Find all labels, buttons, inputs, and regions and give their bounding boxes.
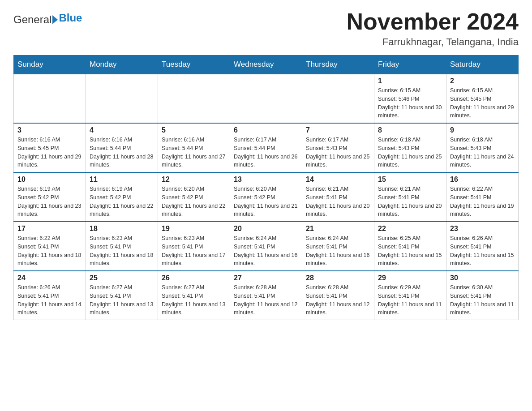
day-number: 27 (234, 274, 298, 282)
day-number: 25 (90, 274, 154, 282)
weekday-header-row: Sunday Monday Tuesday Wednesday Thursday… (14, 56, 519, 74)
table-row: 7 Sunrise: 6:17 AMSunset: 5:43 PMDayligh… (302, 123, 374, 172)
day-number: 24 (17, 274, 82, 282)
day-number: 4 (90, 126, 154, 134)
table-row: 19 Sunrise: 6:23 AMSunset: 5:41 PMDaylig… (158, 222, 230, 271)
day-number: 3 (17, 126, 82, 134)
table-row: 12 Sunrise: 6:20 AMSunset: 5:42 PMDaylig… (158, 172, 230, 222)
table-row (86, 74, 158, 123)
day-info: Sunrise: 6:16 AMSunset: 5:44 PMDaylight:… (162, 136, 226, 169)
day-info: Sunrise: 6:28 AMSunset: 5:41 PMDaylight:… (234, 283, 298, 317)
header-monday: Monday (86, 56, 158, 74)
day-number: 1 (378, 77, 442, 85)
day-info: Sunrise: 6:16 AMSunset: 5:45 PMDaylight:… (17, 136, 82, 169)
header-thursday: Thursday (302, 56, 374, 74)
header-saturday: Saturday (446, 56, 519, 74)
calendar-subtitle: Farrukhnagar, Telangana, India (347, 36, 519, 48)
table-row (14, 74, 86, 123)
day-info: Sunrise: 6:15 AMSunset: 5:46 PMDaylight:… (378, 86, 442, 120)
table-row: 22 Sunrise: 6:25 AMSunset: 5:41 PMDaylig… (374, 222, 446, 271)
logo-arrow-icon (52, 15, 58, 24)
day-number: 14 (306, 176, 370, 184)
day-number: 13 (234, 176, 298, 184)
table-row: 17 Sunrise: 6:22 AMSunset: 5:41 PMDaylig… (14, 222, 86, 271)
day-number: 17 (17, 225, 82, 233)
table-row: 5 Sunrise: 6:16 AMSunset: 5:44 PMDayligh… (158, 123, 230, 172)
header-sunday: Sunday (14, 56, 86, 74)
day-info: Sunrise: 6:27 AMSunset: 5:41 PMDaylight:… (162, 283, 226, 317)
logo-blue-text: Blue (59, 12, 82, 24)
day-number: 20 (234, 225, 298, 233)
table-row: 24 Sunrise: 6:26 AMSunset: 5:41 PMDaylig… (14, 271, 86, 320)
calendar-week-1: 1 Sunrise: 6:15 AMSunset: 5:46 PMDayligh… (14, 74, 519, 123)
table-row: 18 Sunrise: 6:23 AMSunset: 5:41 PMDaylig… (86, 222, 158, 271)
day-info: Sunrise: 6:22 AMSunset: 5:41 PMDaylight:… (17, 234, 82, 268)
day-number: 29 (378, 274, 442, 282)
table-row: 20 Sunrise: 6:24 AMSunset: 5:41 PMDaylig… (230, 222, 302, 271)
table-row: 10 Sunrise: 6:19 AMSunset: 5:42 PMDaylig… (14, 172, 86, 222)
page-header: General Blue November 2024 Farrukhnagar,… (13, 9, 519, 48)
day-info: Sunrise: 6:23 AMSunset: 5:41 PMDaylight:… (162, 234, 226, 268)
day-number: 19 (162, 225, 226, 233)
day-info: Sunrise: 6:19 AMSunset: 5:42 PMDaylight:… (17, 185, 82, 218)
day-info: Sunrise: 6:18 AMSunset: 5:43 PMDaylight:… (450, 136, 515, 169)
table-row: 9 Sunrise: 6:18 AMSunset: 5:43 PMDayligh… (446, 123, 519, 172)
table-row: 8 Sunrise: 6:18 AMSunset: 5:43 PMDayligh… (374, 123, 446, 172)
day-number: 15 (378, 176, 442, 184)
day-info: Sunrise: 6:20 AMSunset: 5:42 PMDaylight:… (162, 185, 226, 218)
table-row: 3 Sunrise: 6:16 AMSunset: 5:45 PMDayligh… (14, 123, 86, 172)
table-row (302, 74, 374, 123)
day-number: 6 (234, 126, 298, 134)
day-number: 26 (162, 274, 226, 282)
day-number: 11 (90, 176, 154, 184)
table-row: 6 Sunrise: 6:17 AMSunset: 5:44 PMDayligh… (230, 123, 302, 172)
day-info: Sunrise: 6:24 AMSunset: 5:41 PMDaylight:… (234, 234, 298, 268)
table-row: 26 Sunrise: 6:27 AMSunset: 5:41 PMDaylig… (158, 271, 230, 320)
day-info: Sunrise: 6:20 AMSunset: 5:42 PMDaylight:… (234, 185, 298, 218)
table-row: 15 Sunrise: 6:21 AMSunset: 5:41 PMDaylig… (374, 172, 446, 222)
day-info: Sunrise: 6:26 AMSunset: 5:41 PMDaylight:… (450, 234, 515, 268)
day-number: 10 (17, 176, 82, 184)
day-info: Sunrise: 6:18 AMSunset: 5:43 PMDaylight:… (378, 136, 442, 169)
logo: General Blue (13, 13, 82, 26)
table-row (158, 74, 230, 123)
table-row: 23 Sunrise: 6:26 AMSunset: 5:41 PMDaylig… (446, 222, 519, 271)
table-row (230, 74, 302, 123)
day-info: Sunrise: 6:17 AMSunset: 5:43 PMDaylight:… (306, 136, 370, 169)
day-info: Sunrise: 6:30 AMSunset: 5:41 PMDaylight:… (450, 283, 515, 317)
day-info: Sunrise: 6:19 AMSunset: 5:42 PMDaylight:… (90, 185, 154, 218)
table-row: 11 Sunrise: 6:19 AMSunset: 5:42 PMDaylig… (86, 172, 158, 222)
table-row: 13 Sunrise: 6:20 AMSunset: 5:42 PMDaylig… (230, 172, 302, 222)
calendar-title: November 2024 (347, 9, 519, 34)
table-row: 29 Sunrise: 6:29 AMSunset: 5:41 PMDaylig… (374, 271, 446, 320)
day-info: Sunrise: 6:25 AMSunset: 5:41 PMDaylight:… (378, 234, 442, 268)
table-row: 25 Sunrise: 6:27 AMSunset: 5:41 PMDaylig… (86, 271, 158, 320)
header-wednesday: Wednesday (230, 56, 302, 74)
day-number: 28 (306, 274, 370, 282)
table-row: 27 Sunrise: 6:28 AMSunset: 5:41 PMDaylig… (230, 271, 302, 320)
day-info: Sunrise: 6:17 AMSunset: 5:44 PMDaylight:… (234, 136, 298, 169)
day-number: 21 (306, 225, 370, 233)
day-number: 16 (450, 176, 515, 184)
day-info: Sunrise: 6:29 AMSunset: 5:41 PMDaylight:… (378, 283, 442, 317)
calendar-week-4: 17 Sunrise: 6:22 AMSunset: 5:41 PMDaylig… (14, 222, 519, 271)
header-friday: Friday (374, 56, 446, 74)
calendar-week-5: 24 Sunrise: 6:26 AMSunset: 5:41 PMDaylig… (14, 271, 519, 320)
table-row: 30 Sunrise: 6:30 AMSunset: 5:41 PMDaylig… (446, 271, 519, 320)
day-number: 2 (450, 77, 515, 85)
table-row: 1 Sunrise: 6:15 AMSunset: 5:46 PMDayligh… (374, 74, 446, 123)
table-row: 16 Sunrise: 6:22 AMSunset: 5:41 PMDaylig… (446, 172, 519, 222)
day-info: Sunrise: 6:28 AMSunset: 5:41 PMDaylight:… (306, 283, 370, 317)
day-number: 22 (378, 225, 442, 233)
day-number: 7 (306, 126, 370, 134)
day-info: Sunrise: 6:24 AMSunset: 5:41 PMDaylight:… (306, 234, 370, 268)
table-row: 21 Sunrise: 6:24 AMSunset: 5:41 PMDaylig… (302, 222, 374, 271)
day-number: 18 (90, 225, 154, 233)
calendar-week-3: 10 Sunrise: 6:19 AMSunset: 5:42 PMDaylig… (14, 172, 519, 222)
logo-general-text: General (13, 13, 51, 26)
day-number: 9 (450, 126, 515, 134)
header-tuesday: Tuesday (158, 56, 230, 74)
table-row: 4 Sunrise: 6:16 AMSunset: 5:44 PMDayligh… (86, 123, 158, 172)
day-info: Sunrise: 6:26 AMSunset: 5:41 PMDaylight:… (17, 283, 82, 317)
calendar-week-2: 3 Sunrise: 6:16 AMSunset: 5:45 PMDayligh… (14, 123, 519, 172)
